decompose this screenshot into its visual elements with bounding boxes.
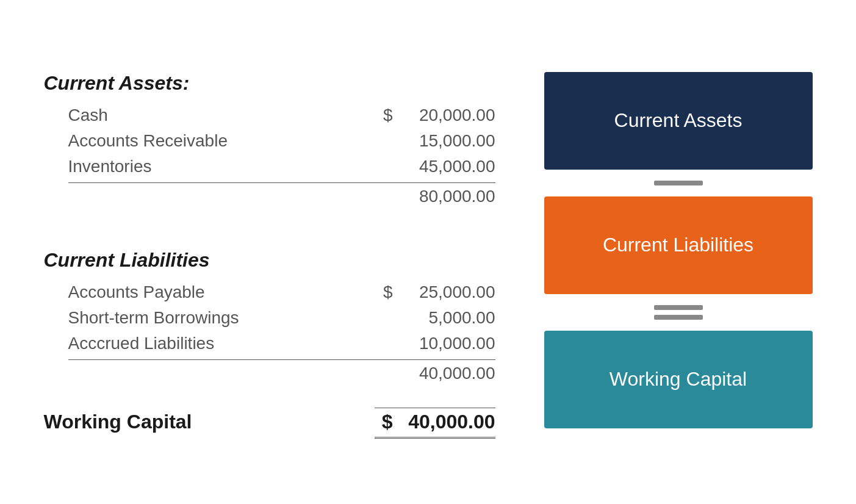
inventories-amount: 45,000.00 (398, 157, 495, 176)
cash-label: Cash (68, 106, 375, 125)
al-amount: 10,000.00 (398, 334, 495, 353)
minus-bar (654, 181, 703, 185)
current-assets-box-label: Current Assets (614, 109, 743, 132)
working-capital-label: Working Capital (44, 411, 375, 433)
working-capital-value: $ 40,000.00 (375, 408, 495, 439)
right-panel: Current Assets Current Liabilities Worki… (544, 66, 813, 428)
assets-subtotal-row: 80,000.00 (68, 182, 495, 206)
stb-amount: 5,000.00 (398, 308, 495, 328)
accounts-receivable-row: Accounts Receivable 15,000.00 (68, 131, 495, 151)
ar-amount: 15,000.00 (398, 131, 495, 151)
ap-dollar: $ (375, 283, 393, 302)
current-liabilities-box-label: Current Liabilities (603, 234, 753, 256)
cash-row: Cash $ 20,000.00 (68, 106, 495, 125)
current-assets-box: Current Assets (544, 72, 813, 170)
inventories-label: Inventories (68, 157, 375, 176)
accounts-receivable-label: Accounts Receivable (68, 131, 375, 151)
eq-bar-bottom (654, 315, 703, 320)
accounts-payable-label: Accounts Payable (68, 283, 375, 302)
current-liabilities-header: Current Liabilities (44, 249, 495, 272)
accounts-payable-row: Accounts Payable $ 25,000.00 (68, 283, 495, 302)
inventories-row: Inventories 45,000.00 (68, 157, 495, 176)
wc-dollar: $ (375, 411, 393, 433)
current-liabilities-items: Accounts Payable $ 25,000.00 Short-term … (68, 283, 495, 353)
main-container: Current Assets: Cash $ 20,000.00 Account… (32, 41, 825, 463)
liabilities-subtotal-row: 40,000.00 (68, 359, 495, 383)
short-term-borrowings-label: Short-term Borrowings (68, 308, 375, 328)
working-capital-box-label: Working Capital (610, 368, 747, 391)
wc-amount: 40,000.00 (398, 411, 495, 433)
accrued-liabilities-label: Acccrued Liabilities (68, 334, 375, 353)
assets-subtotal-amount: 80,000.00 (398, 187, 495, 206)
accrued-liabilities-row: Acccrued Liabilities 10,000.00 (68, 334, 495, 353)
ap-amount: 25,000.00 (398, 283, 495, 302)
minus-symbol (654, 170, 703, 196)
working-capital-row: Working Capital $ 40,000.00 (44, 408, 495, 439)
working-capital-box: Working Capital (544, 331, 813, 428)
current-liabilities-box: Current Liabilities (544, 196, 813, 294)
cash-amount: 20,000.00 (398, 106, 495, 125)
left-panel: Current Assets: Cash $ 20,000.00 Account… (44, 66, 495, 439)
short-term-borrowings-row: Short-term Borrowings 5,000.00 (68, 308, 495, 328)
liabilities-subtotal-amount: 40,000.00 (398, 364, 495, 383)
current-assets-items: Cash $ 20,000.00 Accounts Receivable 15,… (68, 106, 495, 176)
eq-bar-top (654, 305, 703, 310)
current-assets-header: Current Assets: (44, 72, 495, 95)
cash-dollar: $ (375, 106, 393, 125)
equals-symbol (654, 294, 703, 331)
